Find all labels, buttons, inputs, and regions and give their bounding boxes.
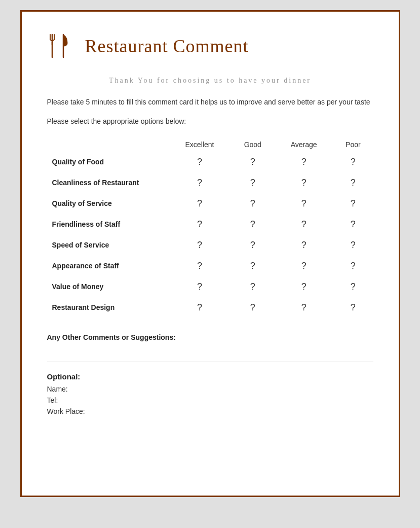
- rating-cell-5-2[interactable]: ?: [275, 256, 333, 276]
- description-text: Please take 5 minutes to fill this comme…: [47, 96, 373, 108]
- rating-cell-1-2[interactable]: ?: [275, 172, 333, 193]
- rating-cell-6-2[interactable]: ?: [275, 276, 333, 297]
- rating-cell-1-0[interactable]: ?: [169, 172, 231, 193]
- rating-cell-5-1[interactable]: ?: [231, 256, 275, 276]
- optional-field: Work Place:: [47, 407, 373, 415]
- rating-cell-3-1[interactable]: ?: [231, 214, 275, 235]
- table-row: Quality of Food????: [47, 152, 373, 172]
- rating-cell-2-1[interactable]: ?: [231, 193, 275, 214]
- table-row: Friendliness of Staff????: [47, 214, 373, 235]
- rating-cell-3-3[interactable]: ?: [333, 214, 373, 235]
- rating-cell-3-2[interactable]: ?: [275, 214, 333, 235]
- col-header-category: [47, 137, 169, 152]
- col-header-good: Good: [231, 137, 275, 152]
- rating-cell-5-3[interactable]: ?: [333, 256, 373, 276]
- comments-label: Any Other Comments or Suggestions:: [47, 333, 373, 341]
- optional-section: Optional: Name:Tel:Work Place:: [47, 372, 373, 415]
- table-row: Restaurant Design????: [47, 297, 373, 318]
- optional-label: Optional:: [47, 372, 373, 381]
- row-label: Quality of Food: [47, 152, 169, 172]
- table-row: Quality of Service????: [47, 193, 373, 214]
- rating-cell-0-1[interactable]: ?: [231, 152, 275, 172]
- rating-cell-4-0[interactable]: ?: [169, 235, 231, 256]
- rating-cell-7-0[interactable]: ?: [169, 297, 231, 318]
- col-header-excellent: Excellent: [169, 137, 231, 152]
- col-header-poor: Poor: [333, 137, 373, 152]
- table-header-row: Excellent Good Average Poor: [47, 137, 373, 152]
- rating-cell-1-1[interactable]: ?: [231, 172, 275, 193]
- row-label: Restaurant Design: [47, 297, 169, 318]
- rating-cell-2-0[interactable]: ?: [169, 193, 231, 214]
- rating-cell-0-2[interactable]: ?: [275, 152, 333, 172]
- rating-cell-5-0[interactable]: ?: [169, 256, 231, 276]
- row-label: Cleanliness of Restaurant: [47, 172, 169, 193]
- row-label: Friendliness of Staff: [47, 214, 169, 235]
- rating-cell-2-3[interactable]: ?: [333, 193, 373, 214]
- instruction-text: Please select the appropriate options be…: [47, 117, 373, 125]
- optional-fields: Name:Tel:Work Place:: [47, 385, 373, 415]
- row-label: Value of Money: [47, 276, 169, 297]
- rating-cell-0-0[interactable]: ?: [169, 152, 231, 172]
- rating-cell-6-1[interactable]: ?: [231, 276, 275, 297]
- rating-cell-7-3[interactable]: ?: [333, 297, 373, 318]
- optional-field: Name:: [47, 385, 373, 393]
- rating-cell-4-2[interactable]: ?: [275, 235, 333, 256]
- rating-cell-4-3[interactable]: ?: [333, 235, 373, 256]
- row-label: Appearance of Staff: [47, 256, 169, 276]
- rating-cell-6-3[interactable]: ?: [333, 276, 373, 297]
- col-header-average: Average: [275, 137, 333, 152]
- comment-card: Restaurant Comment Thank You for choosin…: [20, 10, 400, 497]
- rating-cell-7-1[interactable]: ?: [231, 297, 275, 318]
- ratings-table: Excellent Good Average Poor Quality of F…: [47, 137, 373, 318]
- page-title: Restaurant Comment: [85, 36, 249, 57]
- rating-cell-2-2[interactable]: ?: [275, 193, 333, 214]
- table-row: Speed of Service????: [47, 235, 373, 256]
- rating-cell-0-3[interactable]: ?: [333, 152, 373, 172]
- rating-cell-3-0[interactable]: ?: [169, 214, 231, 235]
- table-row: Cleanliness of Restaurant????: [47, 172, 373, 193]
- optional-field: Tel:: [47, 396, 373, 404]
- table-row: Appearance of Staff????: [47, 256, 373, 276]
- thank-you-text: Thank You for choosing us to have your d…: [47, 75, 373, 86]
- rating-cell-1-3[interactable]: ?: [333, 172, 373, 193]
- row-label: Speed of Service: [47, 235, 169, 256]
- row-label: Quality of Service: [47, 193, 169, 214]
- restaurant-icon: [47, 32, 75, 60]
- rating-cell-7-2[interactable]: ?: [275, 297, 333, 318]
- rating-cell-6-0[interactable]: ?: [169, 276, 231, 297]
- header: Restaurant Comment: [47, 32, 373, 60]
- table-row: Value of Money????: [47, 276, 373, 297]
- divider: [47, 362, 373, 362]
- rating-cell-4-1[interactable]: ?: [231, 235, 275, 256]
